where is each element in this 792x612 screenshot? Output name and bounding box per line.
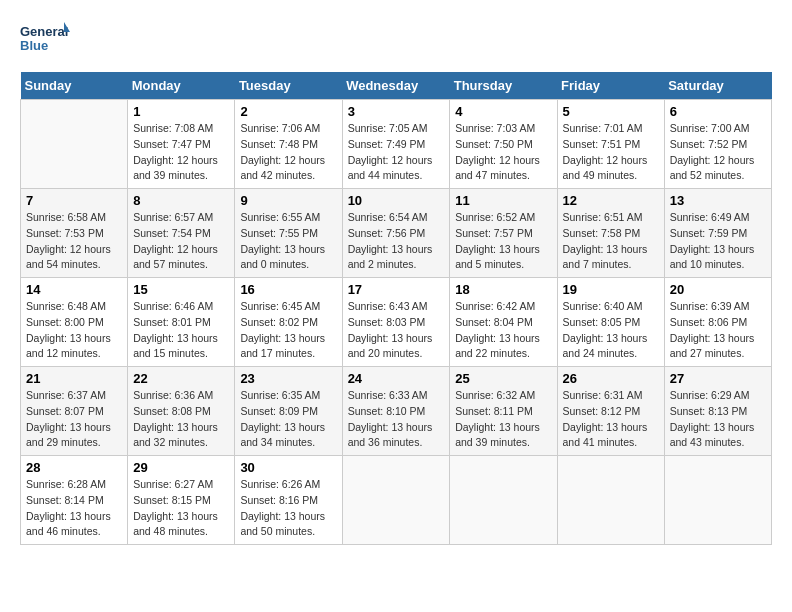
day-number: 21 [26, 371, 122, 386]
day-info: Sunrise: 6:26 AMSunset: 8:16 PMDaylight:… [240, 477, 336, 540]
day-info: Sunrise: 6:27 AMSunset: 8:15 PMDaylight:… [133, 477, 229, 540]
calendar-cell: 7Sunrise: 6:58 AMSunset: 7:53 PMDaylight… [21, 189, 128, 278]
day-number: 10 [348, 193, 445, 208]
calendar-cell: 2Sunrise: 7:06 AMSunset: 7:48 PMDaylight… [235, 100, 342, 189]
day-info: Sunrise: 6:58 AMSunset: 7:53 PMDaylight:… [26, 210, 122, 273]
calendar-cell: 15Sunrise: 6:46 AMSunset: 8:01 PMDayligh… [128, 278, 235, 367]
day-info: Sunrise: 6:54 AMSunset: 7:56 PMDaylight:… [348, 210, 445, 273]
page-header: General Blue [20, 20, 772, 62]
day-number: 27 [670, 371, 766, 386]
weekday-header: Saturday [664, 72, 771, 100]
day-number: 13 [670, 193, 766, 208]
calendar-cell: 20Sunrise: 6:39 AMSunset: 8:06 PMDayligh… [664, 278, 771, 367]
day-info: Sunrise: 6:49 AMSunset: 7:59 PMDaylight:… [670, 210, 766, 273]
calendar-cell: 3Sunrise: 7:05 AMSunset: 7:49 PMDaylight… [342, 100, 450, 189]
day-info: Sunrise: 6:32 AMSunset: 8:11 PMDaylight:… [455, 388, 551, 451]
calendar-cell [342, 456, 450, 545]
day-number: 18 [455, 282, 551, 297]
day-number: 9 [240, 193, 336, 208]
svg-text:Blue: Blue [20, 38, 48, 53]
day-info: Sunrise: 6:43 AMSunset: 8:03 PMDaylight:… [348, 299, 445, 362]
calendar-cell: 19Sunrise: 6:40 AMSunset: 8:05 PMDayligh… [557, 278, 664, 367]
day-number: 17 [348, 282, 445, 297]
day-info: Sunrise: 7:08 AMSunset: 7:47 PMDaylight:… [133, 121, 229, 184]
calendar-cell: 27Sunrise: 6:29 AMSunset: 8:13 PMDayligh… [664, 367, 771, 456]
weekday-header: Monday [128, 72, 235, 100]
day-number: 1 [133, 104, 229, 119]
day-info: Sunrise: 6:48 AMSunset: 8:00 PMDaylight:… [26, 299, 122, 362]
calendar-cell: 14Sunrise: 6:48 AMSunset: 8:00 PMDayligh… [21, 278, 128, 367]
day-number: 26 [563, 371, 659, 386]
day-number: 3 [348, 104, 445, 119]
day-info: Sunrise: 6:42 AMSunset: 8:04 PMDaylight:… [455, 299, 551, 362]
calendar-cell: 25Sunrise: 6:32 AMSunset: 8:11 PMDayligh… [450, 367, 557, 456]
weekday-header: Sunday [21, 72, 128, 100]
weekday-header: Tuesday [235, 72, 342, 100]
day-info: Sunrise: 7:01 AMSunset: 7:51 PMDaylight:… [563, 121, 659, 184]
weekday-header: Thursday [450, 72, 557, 100]
day-info: Sunrise: 6:36 AMSunset: 8:08 PMDaylight:… [133, 388, 229, 451]
day-info: Sunrise: 6:45 AMSunset: 8:02 PMDaylight:… [240, 299, 336, 362]
calendar-cell: 16Sunrise: 6:45 AMSunset: 8:02 PMDayligh… [235, 278, 342, 367]
day-number: 25 [455, 371, 551, 386]
calendar-week-row: 28Sunrise: 6:28 AMSunset: 8:14 PMDayligh… [21, 456, 772, 545]
day-number: 7 [26, 193, 122, 208]
calendar-cell: 28Sunrise: 6:28 AMSunset: 8:14 PMDayligh… [21, 456, 128, 545]
day-number: 23 [240, 371, 336, 386]
calendar-cell: 30Sunrise: 6:26 AMSunset: 8:16 PMDayligh… [235, 456, 342, 545]
logo-svg: General Blue [20, 20, 70, 62]
day-number: 30 [240, 460, 336, 475]
calendar-week-row: 21Sunrise: 6:37 AMSunset: 8:07 PMDayligh… [21, 367, 772, 456]
day-info: Sunrise: 6:40 AMSunset: 8:05 PMDaylight:… [563, 299, 659, 362]
calendar-cell: 1Sunrise: 7:08 AMSunset: 7:47 PMDaylight… [128, 100, 235, 189]
day-info: Sunrise: 6:29 AMSunset: 8:13 PMDaylight:… [670, 388, 766, 451]
logo: General Blue [20, 20, 70, 62]
calendar-cell: 26Sunrise: 6:31 AMSunset: 8:12 PMDayligh… [557, 367, 664, 456]
calendar-cell [664, 456, 771, 545]
weekday-header: Friday [557, 72, 664, 100]
day-info: Sunrise: 7:05 AMSunset: 7:49 PMDaylight:… [348, 121, 445, 184]
calendar-cell: 6Sunrise: 7:00 AMSunset: 7:52 PMDaylight… [664, 100, 771, 189]
day-info: Sunrise: 7:06 AMSunset: 7:48 PMDaylight:… [240, 121, 336, 184]
day-info: Sunrise: 6:28 AMSunset: 8:14 PMDaylight:… [26, 477, 122, 540]
calendar-cell [450, 456, 557, 545]
calendar-cell: 8Sunrise: 6:57 AMSunset: 7:54 PMDaylight… [128, 189, 235, 278]
calendar-table: SundayMondayTuesdayWednesdayThursdayFrid… [20, 72, 772, 545]
day-number: 2 [240, 104, 336, 119]
day-number: 5 [563, 104, 659, 119]
calendar-week-row: 1Sunrise: 7:08 AMSunset: 7:47 PMDaylight… [21, 100, 772, 189]
calendar-cell: 5Sunrise: 7:01 AMSunset: 7:51 PMDaylight… [557, 100, 664, 189]
day-number: 29 [133, 460, 229, 475]
day-info: Sunrise: 6:39 AMSunset: 8:06 PMDaylight:… [670, 299, 766, 362]
calendar-cell: 17Sunrise: 6:43 AMSunset: 8:03 PMDayligh… [342, 278, 450, 367]
day-number: 20 [670, 282, 766, 297]
calendar-cell [557, 456, 664, 545]
day-info: Sunrise: 7:03 AMSunset: 7:50 PMDaylight:… [455, 121, 551, 184]
calendar-cell: 23Sunrise: 6:35 AMSunset: 8:09 PMDayligh… [235, 367, 342, 456]
svg-text:General: General [20, 24, 68, 39]
calendar-cell: 22Sunrise: 6:36 AMSunset: 8:08 PMDayligh… [128, 367, 235, 456]
day-number: 12 [563, 193, 659, 208]
day-number: 14 [26, 282, 122, 297]
weekday-header-row: SundayMondayTuesdayWednesdayThursdayFrid… [21, 72, 772, 100]
calendar-cell: 18Sunrise: 6:42 AMSunset: 8:04 PMDayligh… [450, 278, 557, 367]
calendar-cell: 21Sunrise: 6:37 AMSunset: 8:07 PMDayligh… [21, 367, 128, 456]
day-info: Sunrise: 6:46 AMSunset: 8:01 PMDaylight:… [133, 299, 229, 362]
weekday-header: Wednesday [342, 72, 450, 100]
day-info: Sunrise: 6:31 AMSunset: 8:12 PMDaylight:… [563, 388, 659, 451]
calendar-cell: 11Sunrise: 6:52 AMSunset: 7:57 PMDayligh… [450, 189, 557, 278]
calendar-cell [21, 100, 128, 189]
day-number: 15 [133, 282, 229, 297]
calendar-cell: 12Sunrise: 6:51 AMSunset: 7:58 PMDayligh… [557, 189, 664, 278]
day-info: Sunrise: 6:55 AMSunset: 7:55 PMDaylight:… [240, 210, 336, 273]
day-info: Sunrise: 6:57 AMSunset: 7:54 PMDaylight:… [133, 210, 229, 273]
calendar-week-row: 14Sunrise: 6:48 AMSunset: 8:00 PMDayligh… [21, 278, 772, 367]
day-number: 19 [563, 282, 659, 297]
day-number: 16 [240, 282, 336, 297]
calendar-cell: 10Sunrise: 6:54 AMSunset: 7:56 PMDayligh… [342, 189, 450, 278]
day-number: 28 [26, 460, 122, 475]
day-info: Sunrise: 6:37 AMSunset: 8:07 PMDaylight:… [26, 388, 122, 451]
day-number: 4 [455, 104, 551, 119]
day-number: 11 [455, 193, 551, 208]
day-number: 24 [348, 371, 445, 386]
